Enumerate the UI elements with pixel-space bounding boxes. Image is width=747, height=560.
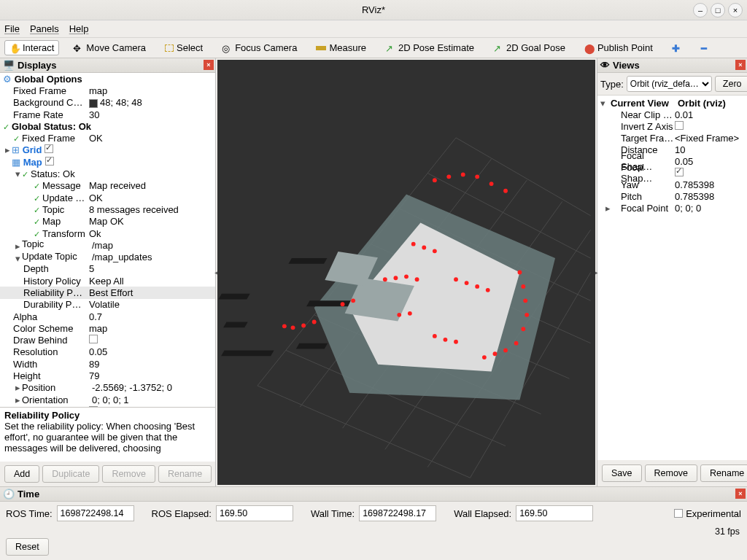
grid-checkbox[interactable] — [44, 144, 53, 153]
grid-display[interactable]: Grid — [23, 144, 42, 155]
measure-icon — [316, 46, 326, 50]
ros-elapsed-input[interactable] — [216, 505, 293, 521]
map-checkbox[interactable] — [45, 157, 54, 166]
svg-point-38 — [465, 281, 469, 285]
svg-point-51 — [351, 298, 355, 303]
plus-icon: ✚ — [672, 43, 682, 53]
invert-z-checkbox[interactable] — [675, 121, 684, 130]
time-title: Time — [18, 489, 39, 499]
collapse-icon[interactable]: ▾ — [13, 168, 22, 179]
tool-interact[interactable]: ✋Interact — [4, 40, 59, 55]
tool-2d-goal-pose[interactable]: ↗2D Goal Pose — [488, 40, 570, 55]
view-type-select[interactable]: Orbit (rviz_defa… — [627, 76, 712, 92]
svg-point-57 — [482, 355, 487, 359]
color-swatch[interactable] — [89, 99, 98, 108]
svg-point-32 — [433, 249, 437, 253]
zero-button[interactable]: Zero — [715, 76, 747, 92]
3d-viewport[interactable] — [217, 60, 595, 485]
time-close-icon[interactable]: × — [735, 489, 746, 499]
duplicate-button[interactable]: Duplicate — [42, 465, 99, 483]
views-rename-button[interactable]: Rename — [700, 464, 747, 482]
svg-point-24 — [433, 178, 437, 182]
focus-camera-icon: ◎ — [222, 43, 232, 53]
wall-elapsed-input[interactable] — [516, 505, 593, 521]
tool-select[interactable]: Select — [160, 40, 208, 55]
reliability-policy[interactable]: Reliability Po… — [0, 287, 86, 298]
displays-close-icon[interactable]: × — [204, 60, 214, 70]
svg-rect-21 — [223, 322, 248, 328]
tool-move-camera[interactable]: ✥Move Camera — [68, 40, 151, 55]
svg-point-56 — [454, 340, 458, 344]
svg-point-30 — [411, 242, 416, 246]
views-close-icon[interactable]: × — [735, 60, 746, 70]
menu-help[interactable]: Help — [69, 23, 89, 34]
add-button[interactable]: Add — [4, 465, 39, 483]
tool-publish-point[interactable]: ⬤Publish Point — [579, 40, 658, 55]
svg-point-39 — [475, 284, 479, 289]
window-titlebar: RViz* – □ × — [0, 0, 747, 20]
view-type-label: Type: — [600, 79, 624, 90]
svg-rect-16 — [218, 294, 249, 300]
background-color-label[interactable]: Background Color — [0, 97, 86, 108]
frame-rate-label[interactable]: Frame Rate — [0, 109, 86, 120]
views-save-button[interactable]: Save — [602, 464, 642, 482]
time-header[interactable]: 🕘 Time × — [0, 487, 747, 502]
help-title: Reliability Policy — [4, 411, 211, 421]
menu-panels[interactable]: Panels — [30, 23, 59, 34]
svg-point-54 — [433, 334, 437, 338]
svg-point-27 — [475, 174, 479, 179]
wall-time-input[interactable] — [359, 505, 436, 521]
minimize-button[interactable]: – — [693, 3, 708, 18]
svg-point-34 — [394, 276, 398, 280]
views-remove-button[interactable]: Remove — [645, 464, 698, 482]
views-header[interactable]: 👁 Views × — [597, 58, 747, 73]
svg-point-43 — [523, 298, 527, 303]
ros-elapsed-label: ROS Elapsed: — [152, 508, 212, 519]
fixed-frame-status[interactable]: Fixed Frame — [22, 133, 75, 144]
tool-2d-pose-estimate[interactable]: ↗2D Pose Estimate — [380, 40, 479, 55]
maximize-button[interactable]: □ — [711, 3, 725, 18]
update-topic-label[interactable]: Update Topic — [22, 251, 89, 262]
svg-point-47 — [301, 323, 306, 327]
rename-button[interactable]: Rename — [158, 465, 212, 483]
viewport-panel: ◀ ▶ — [216, 58, 597, 486]
tool-focus-camera[interactable]: ◎Focus Camera — [217, 40, 302, 55]
topic-label[interactable]: Topic — [22, 238, 89, 249]
fixed-frame-label[interactable]: Fixed Frame — [0, 85, 86, 96]
tool-remove[interactable]: ━ — [696, 41, 716, 55]
time-panel: 🕘 Time × ROS Time: ROS Elapsed: Wall Tim… — [0, 486, 747, 560]
views-tree[interactable]: ▾Current ViewOrbit (rviz) Near Clip …0.0… — [597, 96, 747, 460]
svg-point-40 — [486, 288, 490, 292]
menu-file[interactable]: File — [4, 23, 20, 34]
select-icon — [165, 44, 174, 52]
svg-point-25 — [446, 174, 451, 179]
focal-shape-checkbox[interactable] — [675, 168, 684, 176]
menubar: File Panels Help — [0, 20, 747, 38]
close-button[interactable]: × — [728, 3, 743, 18]
window-title: RViz* — [362, 4, 385, 15]
views-title: Views — [613, 60, 640, 71]
goal-pose-icon: ↗ — [493, 43, 503, 53]
interact-icon: ✋ — [9, 43, 20, 53]
global-options[interactable]: Global Options — [15, 74, 82, 85]
global-status[interactable]: Global Status: Ok — [12, 121, 91, 132]
map-status[interactable]: Status: Ok — [31, 168, 75, 179]
svg-point-28 — [489, 182, 494, 186]
svg-point-37 — [454, 277, 458, 281]
tool-measure[interactable]: Measure — [311, 40, 371, 55]
expand-icon[interactable]: ▸ — [3, 144, 12, 155]
tool-add[interactable]: ✚ — [667, 41, 687, 55]
svg-point-33 — [383, 277, 387, 281]
experimental-checkbox[interactable]: Experimental — [674, 508, 741, 519]
wall-time-label: Wall Time: — [311, 508, 355, 519]
minus-icon: ━ — [701, 43, 711, 53]
svg-point-44 — [525, 313, 529, 317]
draw-behind-checkbox[interactable] — [89, 335, 98, 343]
time-icon: 🕘 — [3, 489, 15, 499]
map-display[interactable]: Map — [23, 157, 42, 168]
displays-header[interactable]: 🖥️ Displays × — [0, 58, 215, 73]
remove-button[interactable]: Remove — [102, 465, 155, 483]
displays-tree[interactable]: ⚙ Global Options Fixed Framemap Backgrou… — [0, 73, 215, 408]
reset-button[interactable]: Reset — [6, 538, 49, 556]
ros-time-input[interactable] — [57, 505, 134, 521]
